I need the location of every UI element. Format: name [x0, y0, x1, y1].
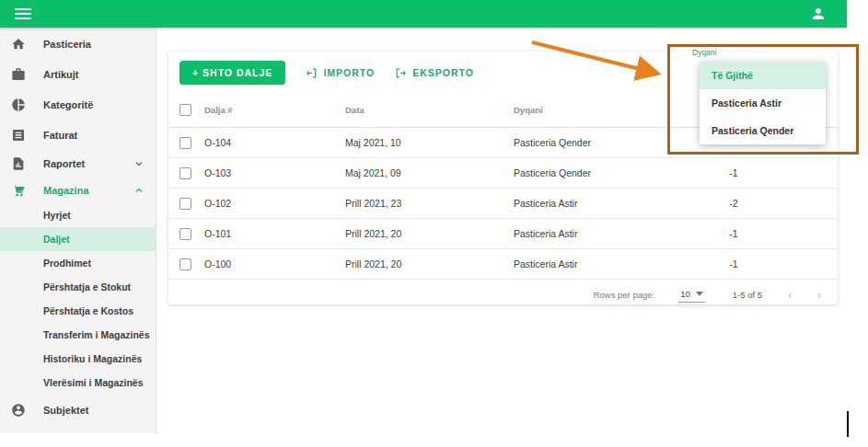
cell-qty: -1	[697, 167, 770, 178]
menu-item-pasticeria-astir[interactable]: Pasticeria Astir	[700, 89, 826, 117]
cell-dalja: O-102	[204, 198, 345, 209]
import-icon	[306, 67, 318, 79]
sidebar-label: Transferim i Magazinës	[43, 329, 150, 340]
chevron-down-icon	[133, 158, 145, 169]
dyqani-filter-label: Dyqani	[692, 48, 716, 57]
export-icon	[395, 67, 407, 79]
sidebar-label: Hyrjet	[43, 210, 71, 221]
rows-per-page-select[interactable]: 10	[678, 287, 705, 303]
caret-down-icon	[696, 292, 703, 296]
cell-dalja: O-101	[204, 228, 345, 239]
pie-chart-icon	[11, 97, 26, 112]
menu-item-te-gjithe[interactable]: Të Gjithë	[700, 62, 826, 89]
sidebar-item-historiku[interactable]: Historiku i Magazinës	[0, 347, 156, 371]
importo-button[interactable]: IMPORTO	[306, 67, 375, 79]
sidebar-label: Kategoritë	[43, 99, 93, 110]
user-account-icon[interactable]	[810, 6, 827, 22]
person-circle-icon	[11, 403, 26, 418]
select-all-checkbox[interactable]	[179, 104, 191, 116]
sidebar-label: Vlerësimi i Magazinës	[43, 377, 144, 388]
cell-data: Maj 2021, 10	[345, 137, 514, 148]
sidebar-item-prodhimet[interactable]: Prodhimet	[0, 251, 156, 275]
cell-data: Prill 2021, 20	[345, 258, 514, 269]
sidebar-label: Përshtatja e Stokut	[43, 281, 131, 292]
cell-data: Prill 2021, 20	[345, 228, 514, 239]
row-checkbox[interactable]	[179, 137, 191, 149]
sidebar-item-faturat[interactable]: Faturat	[0, 120, 156, 150]
hamburger-menu-icon[interactable]	[15, 8, 31, 19]
row-checkbox[interactable]	[179, 167, 191, 179]
previous-page-button[interactable]: ‹	[788, 289, 792, 302]
chevron-up-icon	[133, 185, 145, 196]
cell-dyqani: Pasticeria Astir	[514, 198, 697, 209]
invoice-icon	[11, 128, 26, 143]
home-icon	[11, 37, 26, 52]
sidebar-item-artikujt[interactable]: Artikujt	[0, 59, 156, 89]
cell-dyqani: Pasticeria Astir	[514, 258, 697, 269]
bag-icon	[11, 67, 26, 82]
dyqani-filter-menu: Të Gjithë Pasticeria Astir Pasticeria Qe…	[700, 62, 826, 144]
sidebar-label: Magazina	[43, 185, 89, 196]
sidebar-label: Pasticeria	[43, 39, 91, 50]
pagination-range: 1-5 of 5	[733, 290, 762, 300]
row-checkbox[interactable]	[179, 198, 191, 210]
sidebar-item-magazina[interactable]: Magazina	[0, 177, 156, 203]
report-icon	[11, 156, 26, 171]
table-row[interactable]: O-100 Prill 2021, 20 Pasticeria Astir -1	[168, 249, 838, 280]
sidebar-label: Prodhimet	[43, 258, 91, 269]
cell-data: Prill 2021, 23	[345, 198, 514, 209]
cell-dyqani: Pasticeria Qender	[514, 167, 697, 178]
row-checkbox[interactable]	[179, 258, 191, 270]
cell-dyqani: Pasticeria Qender	[514, 137, 697, 148]
top-app-bar	[0, 0, 847, 28]
sidebar-label: Subjektet	[43, 405, 89, 416]
sidebar-label: Faturat	[43, 130, 77, 141]
sidebar-label: Raportet	[43, 158, 85, 169]
sidebar-item-kategorite[interactable]: Kategoritë	[0, 89, 156, 120]
sidebar-label: Përshtatja e Kostos	[43, 305, 133, 316]
sidebar-item-transferim[interactable]: Transferim i Magazinës	[0, 323, 156, 347]
trolley-icon	[11, 183, 26, 198]
shto-dalje-button[interactable]: + SHTO DALJE	[179, 61, 285, 85]
cell-dalja: O-104	[204, 137, 345, 148]
row-checkbox[interactable]	[179, 228, 191, 240]
text-cursor-artifact	[847, 411, 849, 437]
column-header-data: Data	[345, 105, 514, 115]
cell-dalja: O-103	[204, 167, 345, 178]
cell-dyqani: Pasticeria Astir	[514, 228, 697, 239]
cell-qty: -1	[697, 258, 770, 269]
column-header-dalja: Dalja #	[204, 105, 345, 115]
column-header-dyqani: Dyqani	[514, 105, 697, 115]
cell-qty: -1	[697, 228, 770, 239]
sidebar-item-hyrjet[interactable]: Hyrjet	[0, 203, 156, 227]
rows-per-page-label: Rows per page:	[594, 290, 655, 300]
sidebar-item-raportet[interactable]: Raportet	[0, 150, 156, 177]
sidebar-nav: Pasticeria Artikujt Kategoritë Faturat R…	[0, 28, 156, 433]
sidebar-label: Daljet	[43, 234, 70, 245]
sidebar-label: Artikujt	[43, 69, 79, 80]
cell-qty: -2	[697, 198, 770, 209]
sidebar-item-vleresimi[interactable]: Vlerësimi i Magazinës	[0, 371, 156, 395]
sidebar-item-pershtatja-stokut[interactable]: Përshtatja e Stokut	[0, 275, 156, 299]
table-row[interactable]: O-102 Prill 2021, 23 Pasticeria Astir -2	[168, 189, 838, 219]
sidebar-item-pasticeria[interactable]: Pasticeria	[0, 29, 156, 59]
sidebar-label: Historiku i Magazinës	[43, 353, 142, 364]
cell-data: Maj 2021, 09	[345, 167, 514, 178]
menu-item-pasticeria-qender[interactable]: Pasticeria Qender	[700, 117, 826, 144]
sidebar-item-pershtatja-kostos[interactable]: Përshtatja e Kostos	[0, 299, 156, 323]
sidebar-item-subjektet[interactable]: Subjektet	[0, 395, 156, 425]
sidebar-item-daljet[interactable]: Daljet	[0, 227, 156, 251]
table-pagination: Rows per page: 10 1-5 of 5 ‹ ›	[168, 280, 838, 310]
eksporto-button[interactable]: EKSPORTO	[395, 67, 474, 79]
table-row[interactable]: O-103 Maj 2021, 09 Pasticeria Qender -1	[168, 158, 838, 189]
app-screen: Pasticeria Artikujt Kategoritë Faturat R…	[0, 0, 868, 447]
table-row[interactable]: O-101 Prill 2021, 20 Pasticeria Astir -1	[168, 219, 838, 249]
cell-dalja: O-100	[204, 258, 345, 269]
next-page-button[interactable]: ›	[817, 289, 821, 302]
